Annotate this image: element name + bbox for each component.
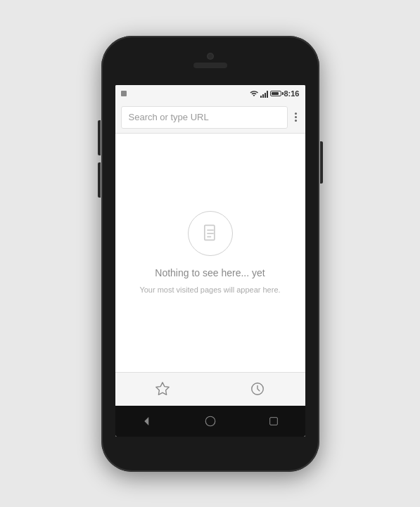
svg-rect-0 — [204, 225, 214, 240]
bookmarks-icon — [155, 381, 170, 397]
history-icon — [250, 381, 265, 397]
url-bar-placeholder: Search or type URL — [129, 112, 280, 122]
bookmarks-tab[interactable] — [147, 373, 178, 404]
home-icon — [204, 415, 217, 428]
notification-icon — [121, 91, 127, 96]
svg-rect-8 — [269, 417, 277, 425]
svg-marker-4 — [156, 383, 169, 394]
empty-state: Nothing to see here... yet Your most vis… — [139, 211, 280, 294]
front-camera — [207, 53, 214, 60]
empty-state-subtitle: Your most visited pages will appear here… — [139, 285, 280, 294]
home-button[interactable] — [196, 407, 224, 435]
volume-down-button[interactable] — [98, 162, 101, 198]
document-icon — [201, 224, 220, 243]
menu-dot-1 — [295, 113, 297, 115]
svg-point-7 — [205, 416, 215, 426]
url-bar[interactable]: Search or type URL — [121, 106, 288, 129]
recents-icon — [268, 416, 279, 427]
status-time: 8:16 — [284, 89, 299, 98]
history-tab[interactable] — [242, 373, 273, 404]
status-bar-left — [121, 91, 127, 96]
battery-icon — [270, 91, 281, 96]
recents-button[interactable] — [260, 407, 288, 435]
status-bar: 8:16 — [115, 85, 305, 102]
volume-up-button[interactable] — [98, 120, 101, 155]
empty-state-title: Nothing to see here... yet — [155, 267, 265, 278]
browser-menu-button[interactable] — [292, 110, 300, 124]
svg-marker-6 — [144, 417, 148, 425]
phone-screen: 8:16 Search or type URL — [115, 85, 305, 437]
browser-toolbar: Search or type URL — [115, 102, 305, 134]
signal-strength-icon — [260, 89, 268, 98]
earpiece-speaker — [193, 63, 227, 68]
top-bezel — [101, 36, 319, 85]
back-button[interactable] — [133, 407, 161, 435]
menu-dot-2 — [295, 116, 297, 118]
menu-dot-3 — [295, 120, 297, 122]
phone-device: 8:16 Search or type URL — [101, 36, 319, 472]
power-button[interactable] — [320, 141, 323, 184]
wifi-icon — [250, 89, 258, 98]
empty-state-icon-circle — [188, 211, 233, 256]
browser-bottom-tab-bar — [115, 372, 305, 406]
back-icon — [141, 415, 153, 428]
android-nav-bar — [115, 406, 305, 437]
browser-content: Nothing to see here... yet Your most vis… — [115, 134, 305, 372]
status-bar-right: 8:16 — [250, 89, 299, 98]
